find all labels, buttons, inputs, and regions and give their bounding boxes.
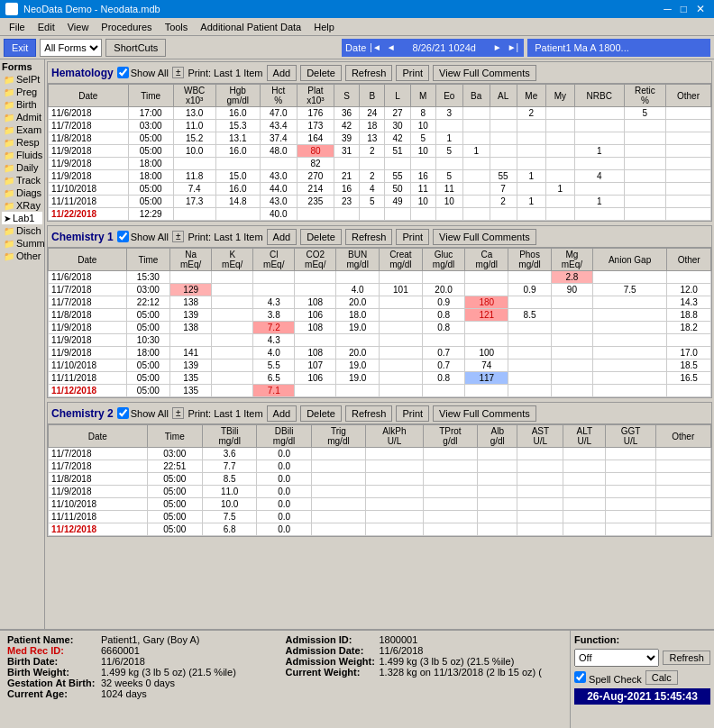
table-row[interactable]: 11/6/2018 15:30 2.8 (49, 271, 711, 284)
chemistry1-plus-button[interactable]: ± (172, 231, 185, 242)
folder-icon-diags: 📁 (4, 188, 14, 198)
chemistry1-header: Chemistry 1 Show All ± Print: Last 1 Ite… (48, 226, 711, 248)
menu-procedures[interactable]: Procedures (96, 21, 157, 33)
menu-edit[interactable]: Edit (32, 21, 60, 33)
table-row[interactable]: 11/7/2018 03:00 3.6 0.0 (49, 448, 711, 460)
chemistry1-add-button[interactable]: Add (267, 229, 298, 245)
chemistry2-show-all[interactable]: Show All (117, 407, 169, 419)
chemistry1-table: Date Time NamEq/ KmEq/ ClmEq/ CO2mEq/ BU… (48, 248, 711, 397)
function-refresh-button[interactable]: Refresh (663, 651, 710, 665)
table-row[interactable]: 11/9/2018 18:00 11.8 15.0 43.0 270 21 2 … (49, 170, 711, 183)
menu-additional[interactable]: Additional Patient Data (195, 21, 307, 33)
table-row[interactable]: 11/11/2018 05:00 7.5 0.0 (49, 511, 711, 523)
date-prev-button[interactable]: ◄ (385, 42, 398, 52)
sidebar-item-xray[interactable]: 📁 XRay (2, 199, 42, 212)
hematology-add-button[interactable]: Add (267, 65, 298, 81)
table-row[interactable]: 11/9/2018 05:00 138 7.2 108 19.0 0.8 18.… (49, 322, 711, 334)
table-row[interactable]: 11/9/2018 10:30 4.3 (49, 334, 711, 347)
table-row[interactable]: 11/9/2018 18:00 141 4.0 108 20.0 0.7 100… (49, 347, 711, 359)
date-next-button[interactable]: ► (491, 42, 504, 52)
chemistry1-delete-button[interactable]: Delete (300, 229, 342, 245)
table-row[interactable]: 11/10/2018 05:00 139 5.5 107 19.0 0.7 74… (49, 359, 711, 372)
chemistry1-show-all[interactable]: Show All (117, 231, 169, 242)
sidebar-item-exam[interactable]: 📁 Exam (2, 123, 42, 136)
sidebar-item-preg[interactable]: 📁 Preg (2, 86, 42, 98)
hematology-refresh-button[interactable]: Refresh (345, 65, 393, 81)
sidebar-item-fluids[interactable]: 📁 Fluids (2, 149, 42, 161)
table-row[interactable]: 11/8/2018 05:00 139 3.8 106 18.0 0.8 121… (49, 309, 711, 322)
table-row[interactable]: 11/22/2018 12:29 40.0 (49, 208, 711, 221)
chemistry2-print-button[interactable]: Print (396, 405, 429, 422)
function-label: Function: (574, 634, 710, 645)
chemistry2-show-all-check[interactable] (117, 407, 129, 419)
table-row[interactable]: 11/10/2018 05:00 7.4 16.0 44.0 214 16 4 … (49, 183, 711, 196)
hematology-show-all[interactable]: Show All (117, 67, 169, 78)
date-nav: Date |◄ ◄ 8/26/21 1024d ► ►| (342, 39, 524, 57)
sidebar-item-daily[interactable]: 📁 Daily (2, 161, 42, 174)
hematology-full-comments-button[interactable]: View Full Comments (433, 65, 536, 81)
close-button[interactable]: ✕ (692, 3, 709, 15)
hematology-delete-button[interactable]: Delete (300, 65, 342, 81)
chemistry1-full-comments-button[interactable]: View Full Comments (433, 229, 536, 245)
menu-file[interactable]: File (4, 21, 31, 33)
table-row[interactable]: 11/8/2018 05:00 15.2 13.1 37.4 164 39 13… (49, 132, 711, 145)
chemistry2-add-button[interactable]: Add (267, 405, 298, 422)
form-select[interactable]: All Forms (40, 39, 102, 57)
hematology-print-button[interactable]: Print (396, 65, 429, 81)
sidebar-section-label: Forms (2, 61, 42, 72)
sidebar-item-track[interactable]: 📁 Track (2, 174, 42, 187)
table-row[interactable]: 11/7/2018 03:00 11.0 15.3 43.4 173 42 18… (49, 120, 711, 132)
chemistry1-show-all-check[interactable] (117, 231, 129, 242)
function-select[interactable]: Off (574, 649, 659, 667)
table-row[interactable]: 11/8/2018 05:00 8.5 0.0 (49, 473, 711, 486)
sidebar-item-diags[interactable]: 📁 Diags (2, 187, 42, 199)
chemistry2-plus-button[interactable]: ± (172, 407, 185, 419)
table-row[interactable]: 11/9/2018 05:00 11.0 0.0 (49, 486, 711, 498)
date-last-button[interactable]: ►| (506, 42, 521, 52)
menu-help[interactable]: Help (308, 21, 340, 33)
table-row[interactable]: 11/7/2018 03:00 129 4.0 101 20.0 0.9 90 … (49, 284, 711, 296)
hematology-plus-button[interactable]: ± (172, 67, 185, 78)
chemistry2-delete-button[interactable]: Delete (300, 405, 342, 422)
table-row[interactable]: 11/11/2018 05:00 17.3 14.8 43.0 235 23 5… (49, 196, 711, 208)
chemistry2-full-comments-button[interactable]: View Full Comments (433, 405, 536, 422)
chemistry1-print-button[interactable]: Print (396, 229, 429, 245)
spell-check-checkbox[interactable] (574, 671, 586, 683)
spell-check-label[interactable]: Spell Check (574, 671, 642, 685)
menu-view[interactable]: View (62, 21, 95, 33)
table-row[interactable]: 11/12/2018 05:00 135 7.1 (49, 385, 711, 397)
table-row[interactable]: 11/9/2018 18:00 82 (49, 158, 711, 170)
exit-button[interactable]: Exit (4, 39, 36, 57)
menu-tools[interactable]: Tools (160, 21, 194, 33)
date-first-button[interactable]: |◄ (368, 42, 383, 52)
sidebar-item-other[interactable]: 📁 Other (2, 250, 42, 262)
ch2-col-trig: Trigmg/dl (311, 425, 365, 448)
sidebar-item-admit[interactable]: 📁 Admit (2, 111, 42, 123)
maximize-button[interactable]: □ (677, 3, 691, 15)
chemistry1-refresh-button[interactable]: Refresh (345, 229, 393, 245)
hematology-show-all-check[interactable] (117, 67, 129, 78)
hem-col-hgb: Hgbgm/dl (215, 85, 260, 107)
table-row[interactable]: 11/9/2018 05:00 10.0 16.0 48.0 80 31 2 5… (49, 145, 711, 158)
sidebar: Forms 📁 SelPt 📁 Preg 📁 Birth 📁 Admit 📁 E… (0, 59, 45, 629)
sidebar-item-selpt[interactable]: 📁 SelPt (2, 73, 42, 86)
shortcuts-button[interactable]: ShortCuts (105, 39, 166, 57)
table-row[interactable]: 11/12/2018 05:00 6.8 0.0 (49, 523, 711, 536)
sidebar-item-lab1[interactable]: ➤ Lab1 (2, 212, 42, 224)
table-row[interactable]: 11/11/2018 05:00 135 6.5 106 19.0 0.8 11… (49, 372, 711, 385)
chemistry2-refresh-button[interactable]: Refresh (345, 405, 393, 422)
sidebar-item-resp[interactable]: 📁 Resp (2, 136, 42, 149)
hem-col-plat: Platx10³ (297, 85, 334, 107)
info-row-birthdate: Birth Date: 11/6/2018 (7, 656, 285, 667)
table-row[interactable]: 11/10/2018 05:00 10.0 0.0 (49, 498, 711, 511)
sidebar-item-disch[interactable]: 📁 Disch (2, 224, 42, 237)
minimize-button[interactable]: ─ (660, 3, 675, 15)
title-bar-controls[interactable]: ─ □ ✕ (660, 3, 709, 15)
table-row[interactable]: 11/6/2018 17:00 13.0 16.0 47.0 176 36 24… (49, 107, 711, 120)
calc-button[interactable]: Calc (645, 670, 678, 685)
sidebar-label-track: Track (16, 175, 41, 186)
table-row[interactable]: 11/7/2018 22:51 7.7 0.0 (49, 460, 711, 473)
table-row[interactable]: 11/7/2018 22:12 138 4.3 108 20.0 0.9 180… (49, 296, 711, 309)
sidebar-item-summ[interactable]: 📁 Summ (2, 237, 42, 250)
sidebar-item-birth[interactable]: 📁 Birth (2, 98, 42, 111)
